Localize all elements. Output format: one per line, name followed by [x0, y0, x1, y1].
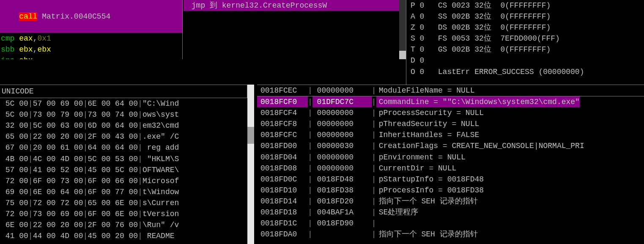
stack-pane[interactable]: 0018FCEC| 00000000|ModuleFileName = NULL…	[257, 85, 644, 244]
hex-ascii: \Run" /v	[143, 221, 179, 229]
hex-row[interactable]: 5C 00|57 00 69 00|6E 00 64 00|"C:\Wind	[0, 98, 247, 109]
hex-row[interactable]: 67 00|20 00 61 00|64 00 64 00| reg add	[0, 142, 247, 153]
hex-row[interactable]: 72 00|6F 00 73 00|6F 00 66 00|Microsof	[0, 175, 247, 186]
stack-address: 0018FD0C	[257, 174, 308, 185]
stack-address: 0018FCEC	[257, 85, 308, 96]
stack-address: 0018FD00	[257, 140, 308, 151]
stack-address: 0018FD14	[257, 196, 308, 207]
hex-bytes: 65 00|22 00 20 00|2F 00 43 00|	[1, 132, 143, 141]
stack-comment: CommandLine = ""C:\Windows\system32\cmd.…	[379, 98, 580, 106]
stack-row[interactable]: 0018FCF0| 01DFDC7C|CommandLine = ""C:\Wi…	[257, 96, 644, 107]
stack-value: 0018FD38	[312, 185, 372, 196]
hex-row[interactable]: 69 00|6E 00 64 00|6F 00 77 00|t\Window	[0, 186, 247, 197]
hex-bytes: 6E 00|22 00 20 00|2F 00 76 00|	[1, 221, 143, 229]
stack-value: 00000000	[312, 152, 372, 163]
stack-comment: ModuleFileName = NULL	[379, 86, 475, 95]
stack-comment: pStartupInfo = 0018FD48	[379, 175, 484, 184]
register-row[interactable]: O 0 LastErr ERROR_SUCCESS (00000000)	[411, 66, 644, 77]
hex-bytes: 69 00|6E 00 64 00|6F 00 77 00|	[1, 188, 143, 196]
stack-address: 0018FD08	[257, 163, 308, 174]
hex-bytes: 41 00|44 00 4D 00|45 00 20 00|	[1, 232, 143, 240]
jump-target-text: jmp 到 kernel32.CreateProcessW	[184, 0, 404, 11]
hex-row[interactable]: 41 00|44 00 4D 00|45 00 20 00| README	[0, 230, 247, 241]
stack-address: 0018FD18	[257, 207, 308, 218]
hex-ascii: ows\syst	[143, 110, 179, 119]
hex-bytes: 75 00|72 00 72 00|65 00 6E 00|	[1, 199, 143, 207]
hex-ascii: em32\cmd	[143, 121, 179, 130]
stack-address: 0018FD04	[257, 152, 308, 163]
stack-address: 0018FD10	[257, 185, 308, 196]
hexdump-header: UNICODE	[0, 85, 247, 98]
stack-address: 0018FD1C	[257, 218, 308, 229]
hex-row[interactable]: 65 00|22 00 20 00|2F 00 43 00|.exe" /C	[0, 131, 247, 142]
hexdump-scrollbar[interactable]	[247, 85, 254, 244]
register-row[interactable]: S 0 FS 0053 32位 7EFDD000(FFF)	[411, 33, 644, 44]
stack-value: 00000000	[312, 85, 372, 96]
hex-ascii: s\Curren	[143, 199, 179, 207]
hex-row[interactable]: 4B 00|4C 00 4D 00|5C 00 53 00| "HKLM\S	[0, 154, 247, 164]
stack-row[interactable]: 0018FD08| 00000000|CurrentDir = NULL	[257, 163, 644, 174]
disasm-row[interactable]: cmp eax,0x1	[0, 33, 182, 44]
stack-row[interactable]: 0018FCFC| 00000000|InheritHandles = FALS…	[257, 129, 644, 140]
register-row[interactable]: Z 0 DS 002B 32位 0(FFFFFFFF)	[411, 22, 644, 33]
hexdump-body[interactable]: 5C 00|57 00 69 00|6E 00 64 00|"C:\Wind 5…	[0, 98, 247, 241]
stack-row[interactable]: 0018FD0C| 0018FD48|pStartupInfo = 0018FD…	[257, 174, 644, 185]
stack-comment: pProcessInfo = 0018FD38	[379, 186, 484, 195]
scrollbar-thumb[interactable]	[247, 127, 254, 144]
registers-pane[interactable]: P 0 CS 0023 32位 0(FFFFFFFF) A 0 SS 002B …	[406, 0, 644, 85]
stack-address: 0018FDA0	[257, 229, 308, 240]
hex-bytes: 67 00|20 00 61 00|64 00 64 00|	[1, 143, 143, 152]
register-row[interactable]: T 0 GS 002B 32位 0(FFFFFFFF)	[411, 44, 644, 55]
stack-row[interactable]: 0018FD14| 0018FD20|指向下一个 SEH 记录的指针	[257, 196, 644, 207]
register-row[interactable]: A 0 SS 002B 32位 0(FFFFFFFF)	[411, 11, 644, 22]
stack-row[interactable]: 0018FD1C| 0018FD90|	[257, 218, 644, 229]
hex-ascii: "HKLM\S	[143, 155, 179, 163]
hex-row[interactable]: 72 00|73 00 69 00|6F 00 6E 00|tVersion	[0, 208, 247, 219]
hex-bytes: 5C 00|73 00 79 00|73 00 74 00|	[1, 110, 143, 119]
hex-ascii: OFTWARE\	[143, 166, 179, 174]
hex-bytes: 57 00|41 00 52 00|45 00 5C 00|	[1, 166, 143, 174]
stack-row[interactable]: 0018FCF4| 00000000|pProcessSecurity = NU…	[257, 107, 644, 118]
stack-body[interactable]: 0018FCEC| 00000000|ModuleFileName = NULL…	[257, 85, 644, 240]
register-row[interactable]: P 0 CS 0023 32位 0(FFFFFFFF)	[411, 0, 644, 11]
hexdump-pane[interactable]: UNICODE 5C 00|57 00 69 00|6E 00 64 00|"C…	[0, 85, 247, 244]
pane-divider[interactable]	[0, 59, 406, 85]
disasm-scrollbar[interactable]	[399, 0, 406, 59]
hex-ascii: Microsof	[143, 177, 179, 185]
hex-row[interactable]: 32 00|5C 00 63 00|6D 00 64 00|em32\cmd	[0, 120, 247, 131]
stack-value: 0018FD90	[312, 218, 372, 229]
stack-row[interactable]: 0018FD18| 004BAF1A|SE处理程序	[257, 207, 644, 218]
stack-row[interactable]: 0018FD10| 0018FD38|pProcessInfo = 0018FD…	[257, 185, 644, 196]
hex-row[interactable]: 5C 00|73 00 79 00|73 00 74 00|ows\syst	[0, 109, 247, 120]
jump-info-pane: jmp 到 kernel32.CreateProcessW	[183, 0, 404, 59]
stack-row[interactable]: 0018FD04| 00000000|pEnvironment = NULL	[257, 152, 644, 163]
stack-address: 0018FCF8	[257, 118, 308, 129]
register-row[interactable]: D 0	[411, 55, 644, 66]
hex-ascii: .exe" /C	[143, 132, 179, 141]
stack-row[interactable]: 0018FDA0| |指向下一个 SEH 记录的指针	[257, 229, 644, 240]
hex-ascii: reg add	[143, 143, 179, 152]
stack-comment: InheritHandles = FALSE	[379, 131, 480, 139]
stack-row[interactable]: 0018FD00| 00000030|CreationFlags = CREAT…	[257, 140, 644, 151]
hex-row[interactable]: 57 00|41 00 52 00|45 00 5C 00|OFTWARE\	[0, 164, 247, 175]
hex-bytes: 5C 00|57 00 69 00|6E 00 64 00|	[1, 99, 143, 108]
disasm-row[interactable]: call Matrix.0040C554	[0, 0, 182, 33]
stack-comment: CreationFlags = CREATE_NEW_CONSOLE|NORMA…	[379, 142, 584, 150]
call-target: Matrix.0040C554	[37, 12, 110, 21]
scrollbar-thumb[interactable]	[399, 51, 406, 59]
stack-row[interactable]: 0018FCF8| 00000000|pThreadSecurity = NUL…	[257, 118, 644, 129]
hex-bytes: 4B 00|4C 00 4D 00|5C 00 53 00|	[1, 155, 143, 163]
stack-comment: 指向下一个 SEH 记录的指针	[379, 230, 478, 239]
stack-row[interactable]: 0018FCEC| 00000000|ModuleFileName = NULL	[257, 85, 644, 96]
stack-address: 0018FCF0	[257, 96, 308, 107]
stack-value: 0018FD48	[312, 174, 372, 185]
stack-value: 00000000	[312, 107, 372, 118]
stack-value: 00000000	[312, 129, 372, 140]
hex-ascii: README	[143, 232, 179, 240]
hex-row[interactable]: 75 00|72 00 72 00|65 00 6E 00|s\Curren	[0, 197, 247, 208]
stack-value: 01DFDC7C	[312, 96, 372, 107]
disasm-row[interactable]: sbb ebx,ebx	[0, 44, 182, 55]
stack-address: 0018FCF4	[257, 107, 308, 118]
hex-row[interactable]: 6E 00|22 00 20 00|2F 00 76 00|\Run" /v	[0, 219, 247, 230]
disassembly-pane[interactable]: call Matrix.0040C554 cmp eax,0x1 sbb ebx…	[0, 0, 183, 59]
